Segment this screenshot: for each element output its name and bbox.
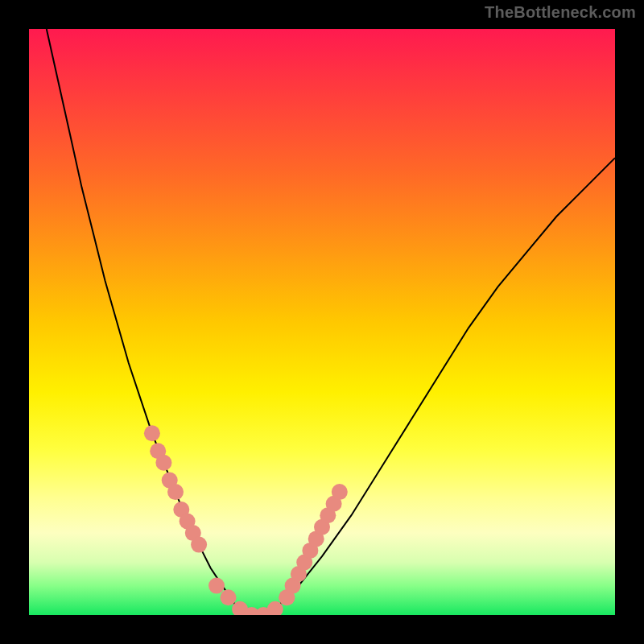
marker-dot [208,578,225,594]
highlighted-points-group [144,425,348,615]
marker-dot [155,455,171,471]
bottleneck-curve [47,29,615,615]
marker-dot [221,589,237,605]
marker-dot [191,537,207,553]
marker-dot [144,425,160,441]
chart-svg [29,29,615,615]
chart-frame: TheBottleneck.com [0,0,644,644]
marker-dot [167,484,184,500]
watermark-text: TheBottleneck.com [485,3,636,22]
plot-area [29,29,615,615]
marker-dot [332,484,348,500]
